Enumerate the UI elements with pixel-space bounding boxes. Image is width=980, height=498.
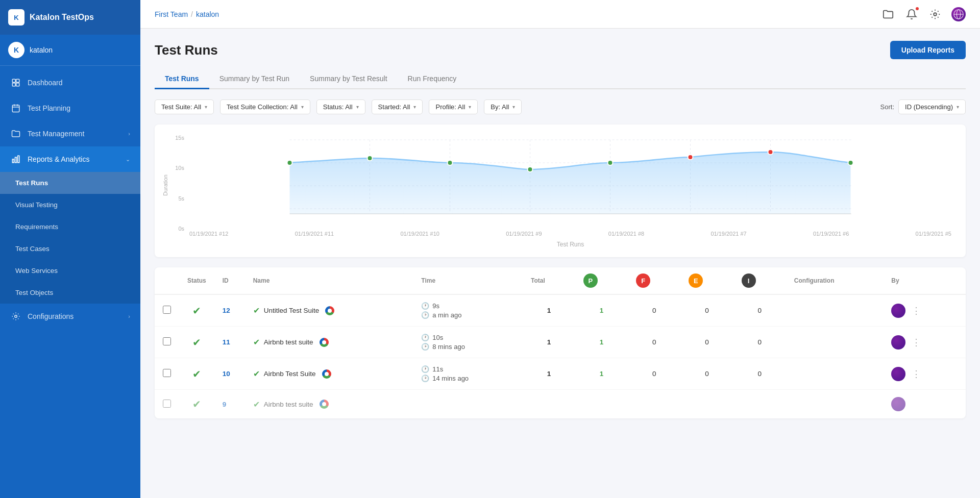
duration-chart-card: 15s 10s 5s 0s Duration xyxy=(155,124,966,257)
row-id-link[interactable]: 10 xyxy=(223,370,230,378)
x-label-6: 01/19/2021 #6 xyxy=(813,231,849,237)
more-options-button[interactable]: ⋮ xyxy=(910,305,923,316)
tab-test-runs[interactable]: Test Runs xyxy=(155,69,209,89)
sidebar-item-dashboard[interactable]: Dashboard xyxy=(0,70,140,95)
user-globe-icon[interactable] xyxy=(951,7,966,21)
more-options-button[interactable]: ⋮ xyxy=(910,368,923,380)
row-by-cell: ⋮ xyxy=(883,358,966,390)
svg-rect-0 xyxy=(12,79,15,82)
row-e-cell: 0 xyxy=(680,294,733,327)
duration-row: 🕐 11s xyxy=(421,365,514,373)
row-checkbox[interactable] xyxy=(163,400,171,408)
tab-summary-by-test-result[interactable]: Summary by Test Result xyxy=(300,69,397,89)
sort-dropdown[interactable]: ID (Descending) ▾ xyxy=(898,99,966,114)
p-count: 1 xyxy=(600,307,604,314)
tab-run-frequency[interactable]: Run Frequency xyxy=(398,69,467,89)
chart-point-2[interactable] xyxy=(368,156,373,161)
filter-by[interactable]: By: All ▾ xyxy=(484,99,522,114)
row-name-cell: ✔ Airbnb test suite xyxy=(245,390,413,419)
row-id-link[interactable]: 12 xyxy=(223,307,230,314)
history-icon: 🕑 xyxy=(421,343,429,351)
chart-point-8[interactable] xyxy=(848,160,853,165)
upload-reports-button[interactable]: Upload Reports xyxy=(890,41,966,59)
sidebar-item-visual-testing[interactable]: Visual Testing xyxy=(0,194,140,216)
time-ago-row: 🕑 14 mins ago xyxy=(421,375,514,382)
row-id-link[interactable]: 11 xyxy=(223,338,230,346)
filter-profile[interactable]: Profile: All ▾ xyxy=(429,99,478,114)
filter-test-suite-chevron: ▾ xyxy=(205,104,207,110)
sidebar-item-reports-analytics[interactable]: Reports & Analytics ⌄ xyxy=(0,146,140,172)
duration-value: 10s xyxy=(432,334,443,341)
chart-svg-container: 01/19/2021 #12 01/19/2021 #11 01/19/2021… xyxy=(189,135,951,248)
run-name: Airbnb Test Suite xyxy=(264,370,316,378)
sidebar-item-label: Reports & Analytics xyxy=(28,155,89,163)
topbar-icons xyxy=(881,7,966,21)
row-time-cell xyxy=(413,390,523,419)
gear-icon-btn[interactable] xyxy=(928,7,942,21)
row-i-cell xyxy=(733,390,786,419)
row-id-cell: 12 xyxy=(214,294,245,327)
tab-summary-by-test-run[interactable]: Summary by Test Run xyxy=(209,69,300,89)
sidebar-sub-menu: Test Runs Visual Testing Requirements Te… xyxy=(0,172,140,304)
chevron-right-icon: › xyxy=(128,313,130,319)
sidebar-item-test-cases[interactable]: Test Cases xyxy=(0,238,140,260)
notification-bell-icon[interactable] xyxy=(904,7,919,21)
sidebar-item-label: Test Runs xyxy=(15,179,48,187)
col-total: Total xyxy=(523,267,575,294)
row-p-cell: 1 xyxy=(575,358,628,390)
row-by-cell xyxy=(883,390,966,419)
col-configuration: Configuration xyxy=(786,267,883,294)
row-checkbox[interactable] xyxy=(163,369,171,377)
col-status: Status xyxy=(179,267,214,294)
chart-point-3[interactable] xyxy=(448,160,453,165)
chart-point-5[interactable] xyxy=(608,160,613,165)
more-options-button[interactable]: ⋮ xyxy=(910,337,923,348)
filter-started[interactable]: Started: All ▾ xyxy=(372,99,423,114)
user-avatar xyxy=(891,367,905,381)
sidebar-item-web-services[interactable]: Web Services xyxy=(0,260,140,282)
col-id: ID xyxy=(214,267,245,294)
filter-test-suite-collection[interactable]: Test Suite Collection: All ▾ xyxy=(220,99,310,114)
avatar: K xyxy=(8,42,24,58)
logo-text: Katalon TestOps xyxy=(30,13,94,22)
filter-profile-chevron: ▾ xyxy=(469,104,471,110)
breadcrumb-team[interactable]: First Team xyxy=(155,10,188,18)
folder-icon-btn[interactable] xyxy=(881,7,895,21)
row-configuration-cell xyxy=(786,327,883,358)
sidebar-item-test-objects[interactable]: Test Objects xyxy=(0,282,140,304)
row-f-cell: 0 xyxy=(628,358,680,390)
filter-status[interactable]: Status: All ▾ xyxy=(316,99,365,114)
sidebar-user[interactable]: K katalon xyxy=(0,35,140,66)
sidebar-item-configurations[interactable]: Configurations › xyxy=(0,304,140,329)
sidebar-item-label: Dashboard xyxy=(28,79,63,87)
sidebar-item-test-management[interactable]: Test Management › xyxy=(0,121,140,146)
username-label: katalon xyxy=(30,46,53,54)
name-status-icon: ✔ xyxy=(253,337,260,347)
sidebar-item-test-runs[interactable]: Test Runs xyxy=(0,172,140,194)
badge-failed: F xyxy=(636,273,650,288)
badge-error: E xyxy=(689,273,703,288)
duration-row: 🕐 9s xyxy=(421,302,514,310)
table-header: Status ID Name Time Total P F xyxy=(155,267,966,294)
row-p-cell: 1 xyxy=(575,327,628,358)
breadcrumb-project[interactable]: katalon xyxy=(196,10,219,18)
chart-point-1[interactable] xyxy=(287,160,292,165)
chart-point-4[interactable] xyxy=(528,167,533,172)
filter-test-suite[interactable]: Test Suite: All ▾ xyxy=(155,99,214,114)
row-checkbox[interactable] xyxy=(163,337,171,345)
row-e-cell xyxy=(680,390,733,419)
p-count: 1 xyxy=(600,338,604,346)
chart-point-7[interactable] xyxy=(768,150,773,155)
status-passed-icon: ✔ xyxy=(192,399,201,410)
sidebar-item-test-planning[interactable]: Test Planning xyxy=(0,95,140,121)
row-checkbox[interactable] xyxy=(163,306,171,314)
row-f-cell: 0 xyxy=(628,294,680,327)
col-time: Time xyxy=(413,267,523,294)
y-tick-10s: 10s xyxy=(175,165,184,171)
logo-icon: K xyxy=(8,9,24,26)
sidebar-item-label: Visual Testing xyxy=(15,201,58,209)
chart-point-6[interactable] xyxy=(688,155,693,160)
by-cell: ⋮ xyxy=(891,335,958,350)
row-id-link[interactable]: 9 xyxy=(223,401,227,408)
sidebar-item-requirements[interactable]: Requirements xyxy=(0,216,140,238)
